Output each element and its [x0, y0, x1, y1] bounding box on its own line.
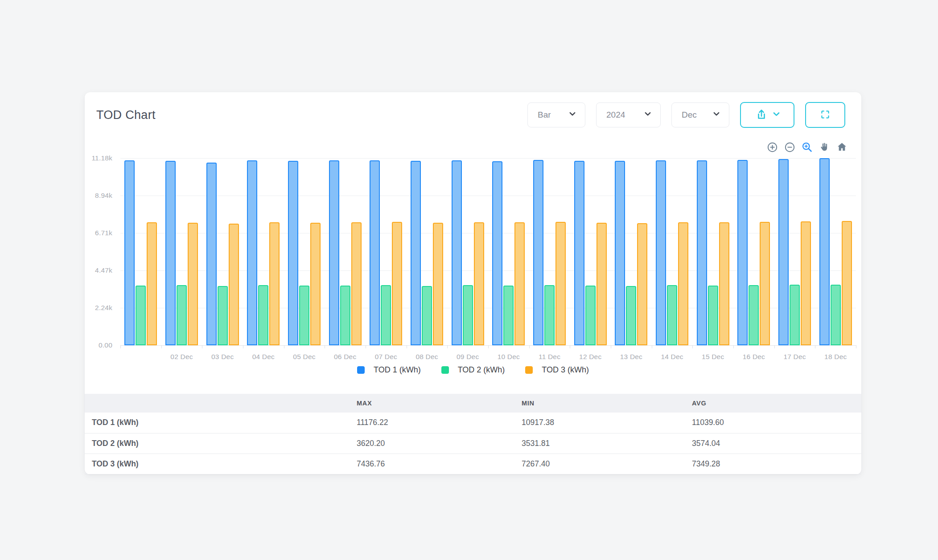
tod3-avg: 7349.28 — [692, 454, 861, 474]
legend-item-tod3[interactable]: TOD 3 (kWh) — [525, 365, 589, 375]
month-select[interactable]: Dec — [671, 102, 729, 127]
bar[interactable] — [177, 285, 187, 345]
bar[interactable] — [124, 160, 135, 345]
x-axis-tick — [120, 345, 121, 348]
bar[interactable] — [737, 160, 748, 345]
x-axis-tick — [488, 345, 489, 348]
stats-header-empty — [85, 394, 357, 413]
zoom-out-icon[interactable] — [784, 141, 796, 153]
x-axis-label: 09 Dec — [447, 353, 488, 361]
bar[interactable] — [411, 161, 421, 345]
bar[interactable] — [514, 222, 525, 345]
bar[interactable] — [842, 221, 852, 346]
tod1-avg: 11039.60 — [692, 413, 861, 433]
x-axis-label: 10 Dec — [488, 353, 529, 361]
bar[interactable] — [790, 285, 800, 345]
tod2-min: 3531.81 — [522, 433, 692, 454]
tod1-min: 10917.38 — [522, 413, 692, 433]
bar[interactable] — [136, 286, 146, 345]
bar[interactable] — [533, 160, 543, 345]
year-select[interactable]: 2024 — [596, 102, 661, 127]
bar-group — [202, 158, 243, 345]
x-axis-label: 04 Dec — [243, 353, 284, 361]
fullscreen-button[interactable] — [805, 102, 845, 128]
bar[interactable] — [340, 286, 350, 346]
home-reset-icon[interactable] — [836, 141, 848, 153]
tod1-max: 11176.22 — [357, 413, 522, 433]
bar[interactable] — [831, 285, 841, 345]
bar[interactable] — [433, 223, 443, 345]
x-axis-tick — [284, 345, 284, 348]
bar-group — [652, 158, 693, 345]
bar[interactable] — [392, 222, 402, 345]
bar[interactable] — [555, 222, 566, 345]
bar[interactable] — [667, 285, 677, 345]
bar[interactable] — [656, 160, 666, 345]
y-axis-label: 0.00 — [85, 341, 112, 349]
zoom-in-icon[interactable] — [766, 141, 778, 153]
bar[interactable] — [329, 160, 339, 345]
x-axis-labels: 02 Dec03 Dec04 Dec05 Dec06 Dec07 Dec08 D… — [120, 353, 856, 361]
table-row: TOD 2 (kWh) 3620.20 3531.81 3574.04 — [85, 433, 861, 454]
bar[interactable] — [719, 222, 729, 345]
chart-type-select[interactable]: Bar — [527, 102, 585, 127]
bar[interactable] — [310, 223, 321, 345]
bar[interactable] — [801, 221, 811, 346]
y-axis-label: 8.94k — [85, 192, 112, 200]
legend-item-tod1[interactable]: TOD 1 (kWh) — [357, 365, 421, 375]
selection-zoom-icon[interactable] — [801, 141, 813, 153]
bar[interactable] — [463, 285, 473, 345]
bar[interactable] — [351, 222, 362, 345]
bar-group — [161, 158, 202, 345]
bar[interactable] — [474, 222, 484, 345]
export-button[interactable] — [740, 102, 794, 128]
bar[interactable] — [626, 286, 636, 345]
bar[interactable] — [381, 285, 391, 345]
bar[interactable] — [819, 158, 830, 345]
bar[interactable] — [615, 161, 625, 345]
bar[interactable] — [218, 286, 228, 345]
pan-hand-icon[interactable] — [819, 141, 831, 153]
chart-type-value: Bar — [538, 110, 551, 120]
legend-marker-tod2 — [441, 366, 449, 374]
row-label-tod3: TOD 3 (kWh) — [85, 454, 357, 474]
tod3-min: 7267.40 — [522, 454, 692, 474]
bar[interactable] — [697, 160, 707, 345]
bar[interactable] — [597, 223, 607, 345]
bar[interactable] — [370, 160, 380, 345]
bar[interactable] — [299, 286, 309, 345]
bar[interactable] — [708, 286, 718, 345]
year-value: 2024 — [606, 110, 625, 120]
x-axis-tick — [243, 345, 243, 348]
bar[interactable] — [574, 161, 584, 345]
chart-area: 0.002.24k4.47k6.71k8.94k11.18k 02 Dec03 … — [85, 158, 861, 368]
bar[interactable] — [422, 286, 432, 345]
page-title: TOD Chart — [96, 108, 156, 122]
bar[interactable] — [269, 222, 280, 345]
bar[interactable] — [247, 160, 257, 345]
bar[interactable] — [147, 222, 157, 345]
bar[interactable] — [749, 285, 759, 345]
bar[interactable] — [778, 159, 789, 345]
bar[interactable] — [544, 285, 555, 345]
legend-item-tod2[interactable]: TOD 2 (kWh) — [441, 365, 505, 375]
bar[interactable] — [165, 161, 176, 345]
bar[interactable] — [585, 286, 596, 345]
bar[interactable] — [206, 163, 217, 345]
x-axis-label: 08 Dec — [407, 353, 448, 361]
bar[interactable] — [760, 222, 770, 345]
bar[interactable] — [288, 161, 298, 345]
x-axis-label: 17 Dec — [774, 353, 815, 361]
bar[interactable] — [229, 224, 239, 345]
bar[interactable] — [678, 222, 688, 346]
x-axis-tick — [652, 345, 652, 348]
bar[interactable] — [452, 160, 462, 345]
tod-chart-card: TOD Chart Bar 2024 Dec — [85, 92, 861, 474]
bar[interactable] — [637, 223, 647, 345]
tod2-max: 3620.20 — [357, 433, 522, 454]
bar[interactable] — [258, 285, 268, 345]
bar[interactable] — [492, 161, 502, 346]
x-axis-label: 14 Dec — [652, 353, 693, 361]
bar[interactable] — [503, 286, 514, 345]
bar[interactable] — [188, 223, 198, 345]
